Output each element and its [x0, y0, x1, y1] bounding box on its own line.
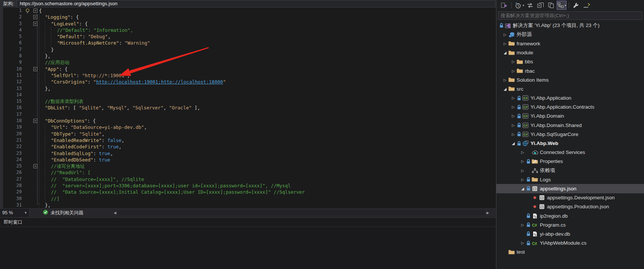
- code-line[interactable]: 10"App": {: [0, 66, 496, 72]
- expander-collapsed-icon[interactable]: ▷: [502, 33, 508, 37]
- expander-collapsed-icon[interactable]: ▷: [520, 178, 526, 182]
- tree-row[interactable]: ▷Properties: [496, 157, 644, 166]
- code-line[interactable]: 8},: [0, 53, 496, 59]
- code-line[interactable]: 7}: [0, 46, 496, 53]
- code-line[interactable]: 2"Logging": {: [0, 14, 496, 20]
- code-line[interactable]: 30//]: [0, 196, 496, 202]
- code-editor[interactable]: 1{2"Logging": {3"LogLevel": {4//"Default…: [0, 7, 496, 208]
- expander-collapsed-icon[interactable]: ▷: [510, 60, 516, 64]
- search-input[interactable]: [498, 13, 642, 18]
- code-line[interactable]: 31},: [0, 202, 496, 208]
- expander-expanded-icon[interactable]: ◢: [510, 141, 516, 145]
- tree-row[interactable]: yi-abp-dev.db: [496, 229, 644, 238]
- tree-row[interactable]: ▷C#Yi.Abp.Application.Contracts: [496, 103, 644, 112]
- sync-active-document-icon[interactable]: [525, 1, 535, 10]
- chevron-down-icon[interactable]: ▾: [523, 4, 524, 7]
- expander-collapsed-icon[interactable]: ▷: [510, 123, 516, 127]
- code-line[interactable]: 3"LogLevel": {: [0, 21, 496, 27]
- tree-row[interactable]: ▷C#YiAbpWebModule.cs: [496, 239, 644, 248]
- hyperlink[interactable]: http://localhost:18000: [161, 79, 223, 85]
- code-line[interactable]: 28// "server=[xxxx];port=3306;database=[…: [0, 182, 496, 189]
- tree-row[interactable]: ▷framework: [496, 39, 644, 48]
- code-line[interactable]: 15//数据库类型列表: [0, 98, 496, 105]
- code-line[interactable]: 27// "DataSource=[xxxx]", //Sqlite: [0, 176, 496, 182]
- code-line[interactable]: 21"EnabledReadWrite": false,: [0, 137, 496, 143]
- code-line[interactable]: 16"DbList": [ "Sqlite", "Mysql", "Sqlser…: [0, 105, 496, 111]
- expander-collapsed-icon[interactable]: ▷: [520, 241, 526, 245]
- expander-collapsed-icon[interactable]: ▷: [510, 96, 516, 100]
- tree-row[interactable]: ▷C#Yi.Abp.SqlSugarCore: [496, 130, 644, 139]
- expander-collapsed-icon[interactable]: ▷: [520, 159, 526, 163]
- fold-collapse-box[interactable]: [31, 7, 39, 14]
- breakpoint-margin[interactable]: [0, 7, 3, 208]
- fold-collapse-box[interactable]: [31, 66, 39, 72]
- tree-row[interactable]: ▷外部源: [496, 30, 644, 39]
- code-line[interactable]: 12"CorsOrigins": "http://localhost:19001…: [0, 79, 496, 85]
- code-line[interactable]: 22"EnabledCodeFirst": true,: [0, 143, 496, 150]
- code-line[interactable]: 23"EnabledSqlLog": true,: [0, 150, 496, 157]
- code-line[interactable]: 25//读写分离地址: [0, 163, 496, 169]
- fold-collapse-box[interactable]: [31, 14, 39, 20]
- tree-row[interactable]: ▷C#Program.cs: [496, 220, 644, 229]
- tree-row[interactable]: test: [496, 248, 644, 257]
- tree-row[interactable]: ▷C#Yi.Abp.Domain: [496, 112, 644, 121]
- tree-row[interactable]: ◢src: [496, 84, 644, 93]
- fold-collapse-box[interactable]: [31, 163, 39, 169]
- code-line[interactable]: 11"SelfUrl": "http://*:19001",: [0, 72, 496, 79]
- zoom-level-combobox[interactable]: 95 % ▼: [0, 209, 30, 217]
- tree-row[interactable]: ▷C#Yi.Abp.Domain.Shared: [496, 121, 644, 130]
- chevron-down-icon[interactable]: ▾: [565, 4, 566, 7]
- code-line[interactable]: 29// "Data Source=[xxxx];Initial Catalog…: [0, 189, 496, 195]
- expander-collapsed-icon[interactable]: ▷: [510, 114, 516, 118]
- expander-collapsed-icon[interactable]: ▷: [510, 132, 516, 136]
- expander-collapsed-icon[interactable]: ▷: [502, 78, 508, 82]
- code-line[interactable]: 17: [0, 111, 496, 118]
- code-line[interactable]: 18"DbConnOptions": {: [0, 118, 496, 124]
- fold-collapse-box[interactable]: [31, 21, 39, 27]
- tree-row[interactable]: ◢module: [496, 48, 644, 57]
- tree-row[interactable]: ◢{}appsettings.json: [496, 184, 644, 193]
- collapse-all-icon[interactable]: [536, 1, 545, 10]
- expander-expanded-icon[interactable]: ◢: [520, 187, 526, 191]
- code-line[interactable]: 5"Default": "Debug",: [0, 33, 496, 40]
- expander-collapsed-icon[interactable]: ▷: [520, 169, 526, 173]
- tree-row[interactable]: ▷依赖项: [496, 166, 644, 175]
- tree-row[interactable]: ip2region.db: [496, 211, 644, 220]
- code-line[interactable]: 14: [0, 92, 496, 98]
- code-line[interactable]: 19"Url": "DataSource=yi-abp-dev.db",: [0, 124, 496, 130]
- scroll-right-icon[interactable]: ▶: [485, 211, 490, 215]
- tree-row[interactable]: ▷Solution Items: [496, 75, 644, 84]
- expander-collapsed-icon[interactable]: ▷: [510, 105, 516, 109]
- immediate-window-title[interactable]: 即时窗口: [0, 218, 496, 227]
- tree-row[interactable]: {}appsettings.Development.json: [496, 193, 644, 202]
- pending-changes-filter-icon[interactable]: ▾: [514, 1, 524, 10]
- scroll-left-icon[interactable]: ◀: [112, 211, 118, 215]
- scrollbar-track[interactable]: [118, 210, 485, 215]
- solution-view-icon[interactable]: ▾: [557, 1, 566, 10]
- fold-collapse-box[interactable]: [31, 118, 39, 124]
- schema-url-combobox[interactable]: https://json.schemastore.org/appsettings…: [16, 0, 496, 7]
- hyperlink[interactable]: ;: [158, 79, 161, 85]
- solution-explorer-search[interactable]: [498, 11, 643, 20]
- tree-row[interactable]: ◢Yi.Abp.Web: [496, 139, 644, 148]
- tree-row[interactable]: ▷bbs: [496, 57, 644, 66]
- code-line[interactable]: 13},: [0, 85, 496, 92]
- code-line[interactable]: 1{: [0, 7, 496, 14]
- preview-selected-items-icon[interactable]: [582, 1, 592, 10]
- immediate-window-body[interactable]: [0, 227, 496, 269]
- expander-collapsed-icon[interactable]: ▷: [502, 42, 508, 46]
- tree-row[interactable]: ▷Logs: [496, 175, 644, 184]
- hyperlink[interactable]: http://localhost:19001: [96, 79, 158, 85]
- horizontal-scrollbar[interactable]: ◀ ▶: [112, 209, 490, 217]
- tree-row[interactable]: ▷rbac: [496, 66, 644, 75]
- tree-row[interactable]: ▷Connected Services: [496, 148, 644, 157]
- show-all-files-icon[interactable]: [546, 1, 556, 10]
- tree-row[interactable]: ▷C#Yi.Abp.Application: [496, 94, 644, 103]
- code-line[interactable]: 24"EnabledDbSeed": true: [0, 157, 496, 163]
- properties-icon[interactable]: [571, 1, 581, 10]
- code-line[interactable]: 26//"ReadUrl": [: [0, 169, 496, 176]
- code-line[interactable]: 6"Microsoft.AspNetCore": "Warning": [0, 40, 496, 46]
- expander-collapsed-icon[interactable]: ▷: [520, 223, 526, 227]
- expander-collapsed-icon[interactable]: ▷: [510, 69, 516, 73]
- expander-collapsed-icon[interactable]: ▷: [520, 150, 526, 154]
